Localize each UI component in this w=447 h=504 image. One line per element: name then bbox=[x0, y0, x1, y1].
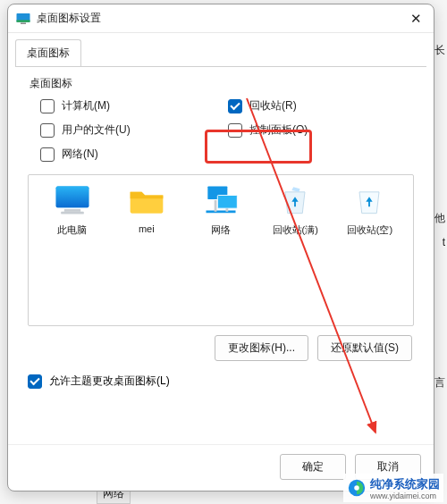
recycle-bin-empty-icon bbox=[350, 182, 389, 218]
checkbox-network[interactable]: 网络(N) bbox=[40, 147, 228, 162]
checkbox-label: 回收站(R) bbox=[249, 98, 297, 113]
checkbox-box bbox=[228, 123, 242, 138]
restore-default-button[interactable]: 还原默认值(S) bbox=[317, 335, 412, 361]
checkbox-label: 计算机(M) bbox=[62, 98, 110, 113]
icon-label: 回收站(满) bbox=[273, 223, 318, 237]
close-button[interactable]: ✕ bbox=[405, 11, 426, 27]
svg-rect-5 bbox=[63, 209, 80, 212]
icon-label: 回收站(空) bbox=[347, 223, 392, 237]
svg-rect-6 bbox=[61, 212, 84, 214]
watermark-title: 纯净系统家园 bbox=[370, 477, 440, 491]
checkbox-label: 网络(N) bbox=[62, 147, 98, 162]
icon-item-user-folder[interactable]: mei bbox=[112, 182, 181, 318]
icon-label: mei bbox=[139, 223, 155, 234]
checkbox-label: 控制面板(O) bbox=[249, 122, 308, 138]
icon-buttons-row: 更改图标(H)... 还原默认值(S) bbox=[24, 335, 412, 361]
svg-rect-1 bbox=[17, 20, 30, 21]
checkbox-user-files[interactable]: 用户的文件(U) bbox=[40, 122, 228, 138]
group-label: 桌面图标 bbox=[30, 76, 417, 91]
monitor-icon bbox=[53, 182, 92, 218]
ok-button[interactable]: 确定 bbox=[280, 454, 346, 480]
desktop-icon-settings-window: 桌面图标设置 ✕ 桌面图标 桌面图标 计算机(M) 回收站(R) 用户的文件(U… bbox=[7, 4, 434, 491]
icon-item-network[interactable]: 网络 bbox=[186, 182, 255, 318]
checkbox-box bbox=[40, 147, 55, 162]
desktop-icons-checkbox-group: 计算机(M) 回收站(R) 用户的文件(U) 控制面板(O) 网络(N) bbox=[24, 98, 417, 169]
change-icon-button[interactable]: 更改图标(H)... bbox=[215, 335, 308, 361]
side-hint: 言 bbox=[434, 375, 445, 391]
app-icon bbox=[15, 11, 31, 27]
checkbox-recycle-bin[interactable]: 回收站(R) bbox=[228, 98, 416, 113]
svg-rect-4 bbox=[55, 186, 89, 207]
tab-body: 桌面图标 计算机(M) 回收站(R) 用户的文件(U) 控制面板(O) 网络(N… bbox=[15, 66, 426, 444]
checkbox-label: 用户的文件(U) bbox=[62, 122, 131, 138]
icon-item-this-pc[interactable]: 此电脑 bbox=[38, 182, 106, 318]
watermark-logo-icon bbox=[347, 478, 367, 498]
svg-rect-2 bbox=[21, 22, 26, 24]
checkbox-box bbox=[28, 374, 42, 389]
watermark: 纯净系统家园 www.yidaimei.com bbox=[343, 474, 443, 502]
watermark-url: www.yidaimei.com bbox=[370, 491, 440, 500]
titlebar: 桌面图标设置 ✕ bbox=[8, 4, 434, 33]
svg-rect-8 bbox=[217, 196, 237, 209]
svg-rect-10 bbox=[226, 208, 229, 212]
checkbox-computer[interactable]: 计算机(M) bbox=[40, 98, 228, 113]
checkbox-label: 允许主题更改桌面图标(L) bbox=[49, 374, 170, 389]
checkbox-box bbox=[228, 99, 242, 113]
icon-item-recycle-empty[interactable]: 回收站(空) bbox=[335, 182, 404, 318]
side-hint: 他 bbox=[434, 211, 445, 226]
icon-preview-list[interactable]: 此电脑 mei 网络 bbox=[28, 174, 414, 326]
window-title: 桌面图标设置 bbox=[37, 11, 405, 26]
folder-icon bbox=[127, 182, 166, 218]
checkbox-box bbox=[40, 99, 55, 113]
network-icon bbox=[201, 182, 240, 218]
side-hint: 长 bbox=[434, 43, 445, 58]
side-hint: t bbox=[443, 236, 445, 248]
icon-label: 此电脑 bbox=[57, 223, 87, 237]
svg-point-13 bbox=[354, 485, 359, 491]
checkbox-control-panel[interactable]: 控制面板(O) bbox=[228, 122, 416, 138]
svg-rect-9 bbox=[215, 200, 217, 212]
tab-strip: 桌面图标 bbox=[8, 33, 434, 66]
checkbox-box bbox=[40, 123, 55, 138]
tab-desktop-icons[interactable]: 桌面图标 bbox=[15, 39, 81, 67]
checkbox-allow-theme[interactable]: 允许主题更改桌面图标(L) bbox=[28, 374, 417, 389]
recycle-bin-full-icon bbox=[275, 182, 315, 218]
icon-label: 网络 bbox=[211, 223, 231, 237]
icon-item-recycle-full[interactable]: 回收站(满) bbox=[261, 182, 330, 318]
